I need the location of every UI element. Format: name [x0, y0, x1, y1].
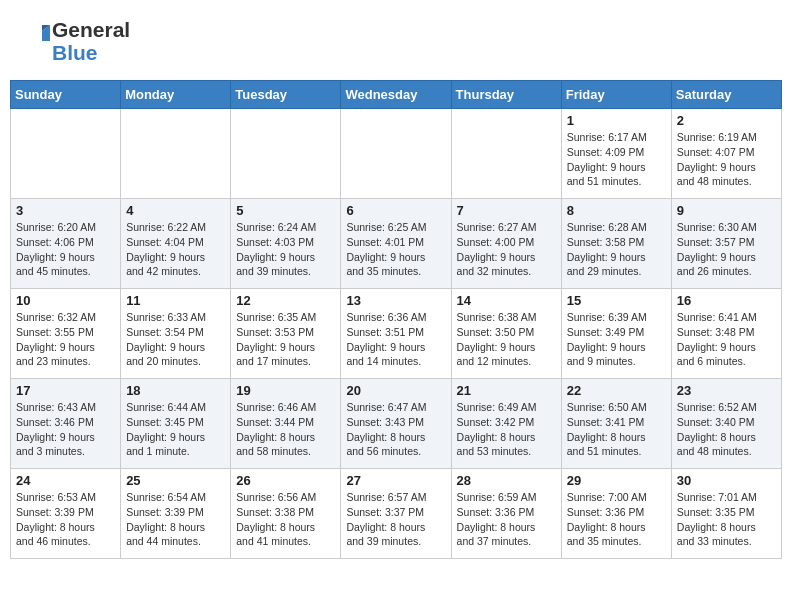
day-number: 17 — [16, 383, 115, 398]
day-cell-19: 19Sunrise: 6:46 AM Sunset: 3:44 PM Dayli… — [231, 379, 341, 469]
day-cell-12: 12Sunrise: 6:35 AM Sunset: 3:53 PM Dayli… — [231, 289, 341, 379]
day-info: Sunrise: 6:53 AM Sunset: 3:39 PM Dayligh… — [16, 490, 115, 549]
day-info: Sunrise: 6:25 AM Sunset: 4:01 PM Dayligh… — [346, 220, 445, 279]
logo-general-text: General — [52, 18, 130, 41]
day-info: Sunrise: 6:17 AM Sunset: 4:09 PM Dayligh… — [567, 130, 666, 189]
day-info: Sunrise: 6:30 AM Sunset: 3:57 PM Dayligh… — [677, 220, 776, 279]
day-number: 28 — [457, 473, 556, 488]
day-cell-28: 28Sunrise: 6:59 AM Sunset: 3:36 PM Dayli… — [451, 469, 561, 559]
day-number: 25 — [126, 473, 225, 488]
weekday-header-row: SundayMondayTuesdayWednesdayThursdayFrid… — [11, 81, 782, 109]
day-cell-2: 2Sunrise: 6:19 AM Sunset: 4:07 PM Daylig… — [671, 109, 781, 199]
day-number: 8 — [567, 203, 666, 218]
day-info: Sunrise: 6:44 AM Sunset: 3:45 PM Dayligh… — [126, 400, 225, 459]
weekday-header-wednesday: Wednesday — [341, 81, 451, 109]
empty-cell — [11, 109, 121, 199]
day-number: 13 — [346, 293, 445, 308]
day-info: Sunrise: 6:46 AM Sunset: 3:44 PM Dayligh… — [236, 400, 335, 459]
day-number: 15 — [567, 293, 666, 308]
week-row-1: 1Sunrise: 6:17 AM Sunset: 4:09 PM Daylig… — [11, 109, 782, 199]
day-cell-25: 25Sunrise: 6:54 AM Sunset: 3:39 PM Dayli… — [121, 469, 231, 559]
day-info: Sunrise: 6:43 AM Sunset: 3:46 PM Dayligh… — [16, 400, 115, 459]
logo-icon — [14, 23, 50, 59]
day-number: 20 — [346, 383, 445, 398]
day-number: 5 — [236, 203, 335, 218]
header: General Blue — [10, 10, 782, 72]
empty-cell — [341, 109, 451, 199]
empty-cell — [231, 109, 341, 199]
day-cell-20: 20Sunrise: 6:47 AM Sunset: 3:43 PM Dayli… — [341, 379, 451, 469]
day-cell-26: 26Sunrise: 6:56 AM Sunset: 3:38 PM Dayli… — [231, 469, 341, 559]
day-info: Sunrise: 6:35 AM Sunset: 3:53 PM Dayligh… — [236, 310, 335, 369]
week-row-5: 24Sunrise: 6:53 AM Sunset: 3:39 PM Dayli… — [11, 469, 782, 559]
day-info: Sunrise: 6:54 AM Sunset: 3:39 PM Dayligh… — [126, 490, 225, 549]
day-number: 10 — [16, 293, 115, 308]
calendar-table: SundayMondayTuesdayWednesdayThursdayFrid… — [10, 80, 782, 559]
day-number: 3 — [16, 203, 115, 218]
day-number: 19 — [236, 383, 335, 398]
day-info: Sunrise: 6:19 AM Sunset: 4:07 PM Dayligh… — [677, 130, 776, 189]
day-cell-18: 18Sunrise: 6:44 AM Sunset: 3:45 PM Dayli… — [121, 379, 231, 469]
day-info: Sunrise: 6:27 AM Sunset: 4:00 PM Dayligh… — [457, 220, 556, 279]
day-info: Sunrise: 6:36 AM Sunset: 3:51 PM Dayligh… — [346, 310, 445, 369]
empty-cell — [451, 109, 561, 199]
day-info: Sunrise: 6:57 AM Sunset: 3:37 PM Dayligh… — [346, 490, 445, 549]
day-number: 7 — [457, 203, 556, 218]
day-cell-8: 8Sunrise: 6:28 AM Sunset: 3:58 PM Daylig… — [561, 199, 671, 289]
empty-cell — [121, 109, 231, 199]
day-cell-14: 14Sunrise: 6:38 AM Sunset: 3:50 PM Dayli… — [451, 289, 561, 379]
day-info: Sunrise: 6:41 AM Sunset: 3:48 PM Dayligh… — [677, 310, 776, 369]
day-cell-15: 15Sunrise: 6:39 AM Sunset: 3:49 PM Dayli… — [561, 289, 671, 379]
weekday-header-tuesday: Tuesday — [231, 81, 341, 109]
day-info: Sunrise: 6:47 AM Sunset: 3:43 PM Dayligh… — [346, 400, 445, 459]
day-info: Sunrise: 6:24 AM Sunset: 4:03 PM Dayligh… — [236, 220, 335, 279]
day-number: 4 — [126, 203, 225, 218]
day-info: Sunrise: 6:59 AM Sunset: 3:36 PM Dayligh… — [457, 490, 556, 549]
day-info: Sunrise: 6:33 AM Sunset: 3:54 PM Dayligh… — [126, 310, 225, 369]
day-cell-23: 23Sunrise: 6:52 AM Sunset: 3:40 PM Dayli… — [671, 379, 781, 469]
day-info: Sunrise: 6:39 AM Sunset: 3:49 PM Dayligh… — [567, 310, 666, 369]
day-cell-9: 9Sunrise: 6:30 AM Sunset: 3:57 PM Daylig… — [671, 199, 781, 289]
day-number: 22 — [567, 383, 666, 398]
day-cell-3: 3Sunrise: 6:20 AM Sunset: 4:06 PM Daylig… — [11, 199, 121, 289]
day-info: Sunrise: 6:50 AM Sunset: 3:41 PM Dayligh… — [567, 400, 666, 459]
day-number: 6 — [346, 203, 445, 218]
day-info: Sunrise: 6:28 AM Sunset: 3:58 PM Dayligh… — [567, 220, 666, 279]
day-cell-7: 7Sunrise: 6:27 AM Sunset: 4:00 PM Daylig… — [451, 199, 561, 289]
day-cell-16: 16Sunrise: 6:41 AM Sunset: 3:48 PM Dayli… — [671, 289, 781, 379]
day-info: Sunrise: 6:49 AM Sunset: 3:42 PM Dayligh… — [457, 400, 556, 459]
day-number: 24 — [16, 473, 115, 488]
weekday-header-friday: Friday — [561, 81, 671, 109]
day-cell-30: 30Sunrise: 7:01 AM Sunset: 3:35 PM Dayli… — [671, 469, 781, 559]
weekday-header-thursday: Thursday — [451, 81, 561, 109]
day-number: 11 — [126, 293, 225, 308]
day-info: Sunrise: 7:00 AM Sunset: 3:36 PM Dayligh… — [567, 490, 666, 549]
day-cell-10: 10Sunrise: 6:32 AM Sunset: 3:55 PM Dayli… — [11, 289, 121, 379]
day-cell-5: 5Sunrise: 6:24 AM Sunset: 4:03 PM Daylig… — [231, 199, 341, 289]
day-cell-27: 27Sunrise: 6:57 AM Sunset: 3:37 PM Dayli… — [341, 469, 451, 559]
day-info: Sunrise: 7:01 AM Sunset: 3:35 PM Dayligh… — [677, 490, 776, 549]
day-info: Sunrise: 6:38 AM Sunset: 3:50 PM Dayligh… — [457, 310, 556, 369]
day-number: 26 — [236, 473, 335, 488]
weekday-header-sunday: Sunday — [11, 81, 121, 109]
day-cell-6: 6Sunrise: 6:25 AM Sunset: 4:01 PM Daylig… — [341, 199, 451, 289]
day-number: 9 — [677, 203, 776, 218]
weekday-header-saturday: Saturday — [671, 81, 781, 109]
day-info: Sunrise: 6:20 AM Sunset: 4:06 PM Dayligh… — [16, 220, 115, 279]
day-number: 14 — [457, 293, 556, 308]
day-cell-13: 13Sunrise: 6:36 AM Sunset: 3:51 PM Dayli… — [341, 289, 451, 379]
day-cell-22: 22Sunrise: 6:50 AM Sunset: 3:41 PM Dayli… — [561, 379, 671, 469]
day-number: 27 — [346, 473, 445, 488]
day-cell-21: 21Sunrise: 6:49 AM Sunset: 3:42 PM Dayli… — [451, 379, 561, 469]
day-info: Sunrise: 6:52 AM Sunset: 3:40 PM Dayligh… — [677, 400, 776, 459]
day-number: 30 — [677, 473, 776, 488]
day-number: 12 — [236, 293, 335, 308]
day-number: 1 — [567, 113, 666, 128]
week-row-4: 17Sunrise: 6:43 AM Sunset: 3:46 PM Dayli… — [11, 379, 782, 469]
week-row-2: 3Sunrise: 6:20 AM Sunset: 4:06 PM Daylig… — [11, 199, 782, 289]
day-cell-4: 4Sunrise: 6:22 AM Sunset: 4:04 PM Daylig… — [121, 199, 231, 289]
day-info: Sunrise: 6:32 AM Sunset: 3:55 PM Dayligh… — [16, 310, 115, 369]
day-number: 29 — [567, 473, 666, 488]
day-cell-29: 29Sunrise: 7:00 AM Sunset: 3:36 PM Dayli… — [561, 469, 671, 559]
day-info: Sunrise: 6:22 AM Sunset: 4:04 PM Dayligh… — [126, 220, 225, 279]
